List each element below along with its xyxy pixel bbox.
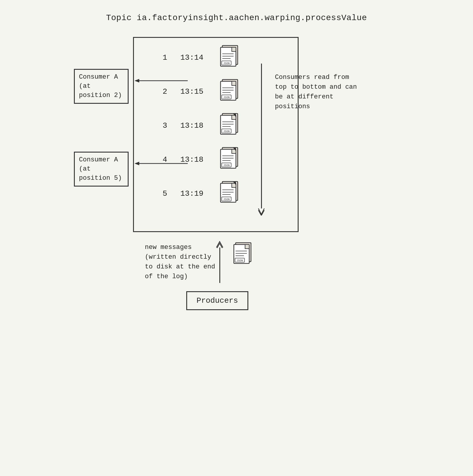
consumer-a-position2: Consumer A(at position 2) — [74, 69, 129, 104]
msg-time-5: 13:19 — [180, 189, 203, 198]
svg-text:JSON: JSON — [223, 62, 230, 65]
messages-area: 1 13:14 JSON — [133, 37, 299, 232]
svg-text:JSON: JSON — [223, 164, 230, 167]
producers-box: Producers — [186, 291, 248, 310]
consumer-a-bot-arrow — [129, 161, 194, 166]
svg-text:JSON: JSON — [223, 130, 230, 133]
msg-num-1: 1 — [163, 53, 167, 62]
msg-time-1: 13:14 — [180, 53, 203, 62]
svg-text:JSON: JSON — [223, 96, 230, 99]
svg-text:JSON: JSON — [237, 259, 243, 262]
msg-icon-5: JSON — [219, 180, 242, 208]
consumer-a-position5: Consumer A(at position 5) — [74, 152, 129, 187]
msg-icon-4: JSON — [219, 146, 242, 174]
svg-marker-41 — [135, 162, 139, 165]
msg-num-2: 2 — [163, 87, 167, 96]
msg-num-5: 5 — [163, 189, 167, 198]
read-direction-arrow — [257, 64, 265, 216]
new-message-icon: JSON — [232, 241, 256, 269]
svg-text:JSON: JSON — [223, 198, 230, 201]
consumers-note: Consumers read fromtop to bottom and can… — [275, 72, 358, 111]
msg-num-3: 3 — [163, 121, 167, 130]
msg-icon-3: JSON — [219, 112, 242, 140]
producers-label: Producers — [197, 296, 238, 305]
msg-icon-2: JSON — [219, 78, 242, 106]
new-messages-note: new messages(written directlyto disk at … — [145, 242, 222, 281]
consumer-a-top-arrow — [129, 78, 194, 84]
svg-marker-39 — [135, 79, 139, 82]
page-title: Topic ia.factoryinsight.aachen.warping.p… — [74, 13, 399, 22]
msg-icon-1: JSON — [219, 44, 242, 72]
msg-time-2: 13:15 — [180, 87, 203, 96]
msg-time-3: 13:18 — [180, 121, 203, 130]
